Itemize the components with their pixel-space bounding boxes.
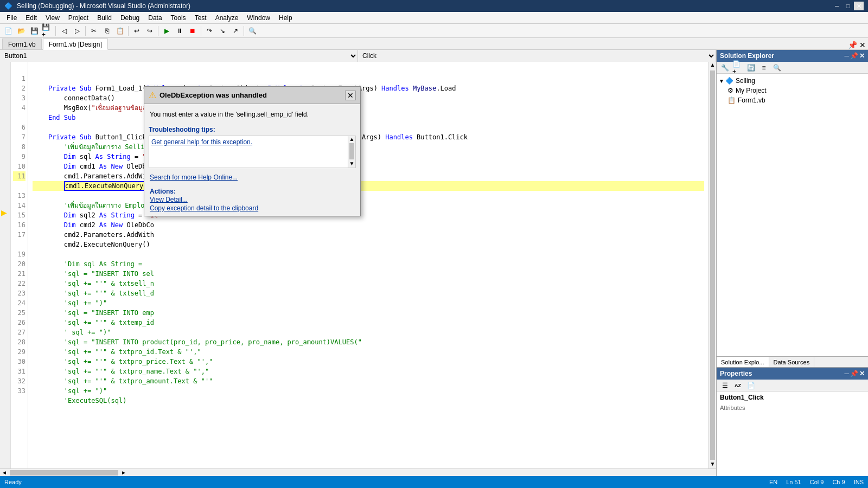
h-scrollbar[interactable]: ◄ ► <box>0 468 716 476</box>
toolbar-find[interactable]: 🔍 <box>246 25 258 37</box>
properties-toolbar: ☰ AZ 📄 <box>717 380 868 391</box>
ln: 14 <box>13 201 25 210</box>
se-myproject-label: My Project <box>736 87 767 94</box>
code-scrollbar[interactable]: ▲ ▼ <box>709 62 716 468</box>
menu-project[interactable]: Project <box>64 12 93 23</box>
menu-analyze[interactable]: Analyze <box>211 12 243 23</box>
se-form1vb-item[interactable]: 📋 Form1.vb <box>717 95 868 105</box>
copy-exception-link[interactable]: Copy exception detail to the clipboard <box>150 204 355 213</box>
code-line: Dim cmd2 As New OleDbCo <box>33 221 154 229</box>
se-prop-btn[interactable]: 🔧 <box>719 62 731 74</box>
menu-help[interactable]: Help <box>275 12 297 23</box>
code-line: cmd1.ExecuteNonQuery() <box>33 181 704 191</box>
menu-debug[interactable]: Debug <box>116 12 144 23</box>
code-line: cmd2.ExecuteNonQuery() <box>33 241 150 248</box>
sep5 <box>201 26 201 36</box>
ln: 30 <box>13 357 25 367</box>
ln: 22 <box>13 279 25 288</box>
code-line: 'sql = "INSERT INTO sel <box>33 270 154 278</box>
ln: 25 <box>13 308 25 318</box>
tab-close-button[interactable]: ✕ <box>859 41 866 49</box>
h-scroll-right[interactable]: ► <box>119 470 128 476</box>
toolbar-redo[interactable]: ↪ <box>144 25 156 37</box>
prop-page-btn[interactable]: 📄 <box>745 380 757 391</box>
toolbar-stop[interactable]: ⏹ <box>187 25 199 37</box>
se-pin-button[interactable]: 📌 <box>850 52 858 60</box>
prop-close-btn[interactable]: ✕ <box>859 370 865 377</box>
toolbar-pause[interactable]: ⏸ <box>174 25 186 37</box>
dialog-header: ⚠ OleDbException was unhandled ✕ <box>144 87 360 104</box>
prop-sort-btn[interactable]: AZ <box>732 380 744 391</box>
toolbar-back[interactable]: ◁ <box>58 25 70 37</box>
minimize-button[interactable]: ─ <box>832 2 842 10</box>
method-selector[interactable]: Click <box>358 50 716 62</box>
toolbar-run[interactable]: ▶ <box>161 25 173 37</box>
tip-link[interactable]: Get general help for this exception. <box>151 138 252 146</box>
tab-form1vb[interactable]: Form1.vb <box>2 38 42 49</box>
toolbar-stepinto[interactable]: ↘ <box>216 25 228 37</box>
se-collapse-button[interactable]: ─ <box>844 52 849 60</box>
title-bar: 🔷 Selling (Debugging) - Microsoft Visual… <box>0 0 868 12</box>
prop-grid-btn[interactable]: ☰ <box>719 380 731 391</box>
data-sources-tab[interactable]: Data Sources <box>769 357 815 367</box>
menu-view[interactable]: View <box>41 12 64 23</box>
toolbar-saveall[interactable]: 💾+ <box>41 25 53 37</box>
dialog-warning-section: You must enter a value in the 'selling.s… <box>144 104 360 124</box>
app-icon: 🔷 <box>4 2 12 10</box>
menu-edit[interactable]: Edit <box>21 12 41 23</box>
toolbar-cut[interactable]: ✂ <box>88 25 100 37</box>
se-root-item[interactable]: ▼ 🔷 Selling <box>717 76 868 86</box>
se-search-btn[interactable]: 🔍 <box>771 62 783 74</box>
tab-pin-button[interactable]: 📌 <box>848 41 857 49</box>
method-bar: Button1 Click <box>0 50 716 62</box>
scrollbar-down[interactable]: ▼ <box>709 461 716 468</box>
toolbar-open[interactable]: 📂 <box>15 25 27 37</box>
class-selector[interactable]: Button1 <box>0 50 358 62</box>
se-new-btn[interactable]: 📄+ <box>732 62 744 74</box>
h-scroll-thumb[interactable] <box>10 470 118 476</box>
search-help-link[interactable]: Search for more Help Online... <box>150 174 238 181</box>
view-detail-link[interactable]: View Detail... <box>150 195 355 204</box>
menu-data[interactable]: Data <box>144 12 166 23</box>
ln <box>13 240 25 249</box>
toolbar-forward[interactable]: ▷ <box>71 25 83 37</box>
menu-file[interactable]: File <box>2 12 21 23</box>
menu-test[interactable]: Test <box>190 12 211 23</box>
se-toggle-btn[interactable]: ≡ <box>758 62 770 74</box>
toolbar-copy[interactable]: ⎘ <box>101 25 113 37</box>
restore-button[interactable]: □ <box>843 2 853 10</box>
toolbar-save[interactable]: 💾 <box>28 25 40 37</box>
se-refresh-btn[interactable]: 🔄 <box>745 62 757 74</box>
editor-area: Button1 Click ▶ 1 2 3 4 6 7 <box>0 50 716 476</box>
main-layout: Button1 Click ▶ 1 2 3 4 6 7 <box>0 50 868 476</box>
status-bar: Ready EN Ln 51 Col 9 Ch 9 INS <box>0 476 868 488</box>
ln: 29 <box>13 347 25 357</box>
scrollbar-thumb[interactable] <box>710 70 715 460</box>
h-scroll-left[interactable]: ◄ <box>0 470 9 476</box>
solution-explorer-tab[interactable]: Solution Explo... <box>717 357 769 367</box>
toolbar-stepout[interactable]: ↗ <box>229 25 241 37</box>
tips-scrollbar[interactable]: ▲ ▼ <box>348 136 355 168</box>
tab-form1vb-design-label: Form1.vb [Design] <box>49 41 102 48</box>
menu-tools[interactable]: Tools <box>167 12 190 23</box>
code-text[interactable]: Private Sub Form1_Load_1(ByVal sender As… <box>28 62 709 468</box>
se-solution-icon: 🔷 <box>725 77 733 85</box>
prop-pin-btn[interactable]: 📌 <box>850 370 858 377</box>
ln: 24 <box>13 298 25 308</box>
tab-form1vb-design[interactable]: Form1.vb [Design] <box>43 38 108 50</box>
close-button[interactable]: ✕ <box>854 2 864 10</box>
dialog-actions-section: Actions: View Detail... Copy exception d… <box>144 184 360 216</box>
execution-arrow: ▶ <box>1 208 7 217</box>
toolbar-paste[interactable]: 📋 <box>114 25 126 37</box>
menu-window[interactable]: Window <box>242 12 275 23</box>
toolbar-new[interactable]: 📄 <box>2 25 14 37</box>
toolbar-stepover[interactable]: ↷ <box>203 25 215 37</box>
se-myproject-item[interactable]: ⚙ My Project <box>717 86 868 95</box>
dialog-close-button[interactable]: ✕ <box>345 91 356 100</box>
se-close-button[interactable]: ✕ <box>859 52 865 60</box>
scrollbar-up[interactable]: ▲ <box>709 62 716 69</box>
menu-build[interactable]: Build <box>93 12 116 23</box>
toolbar-undo[interactable]: ↩ <box>131 25 143 37</box>
ln: 15 <box>13 210 25 220</box>
prop-collapse-btn[interactable]: ─ <box>844 370 849 377</box>
